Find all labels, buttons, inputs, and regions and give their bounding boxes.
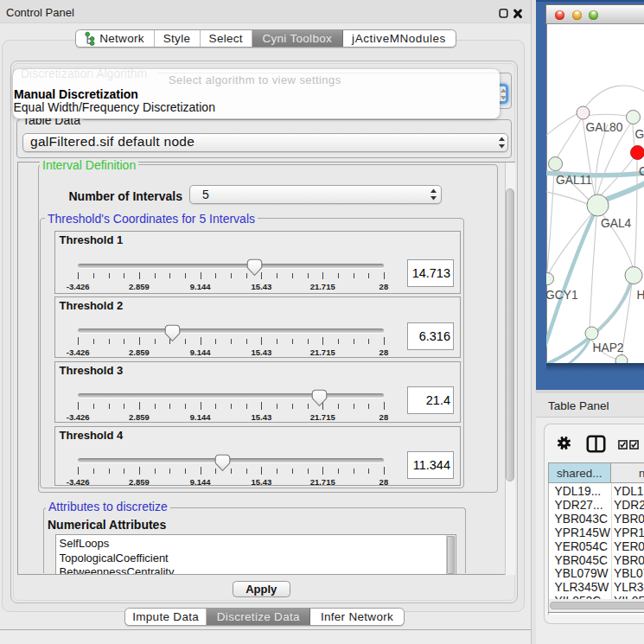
- svg-text:GAL80: GAL80: [586, 121, 623, 134]
- svg-text:GAL11: GAL11: [556, 174, 592, 187]
- svg-text:C: C: [639, 165, 644, 178]
- svg-text:GCY1: GCY1: [546, 289, 578, 302]
- svg-text:H: H: [637, 289, 644, 302]
- svg-text:GA: GA: [635, 128, 644, 141]
- svg-text:HAP2: HAP2: [593, 341, 624, 354]
- svg-text:GAL4: GAL4: [601, 217, 632, 230]
